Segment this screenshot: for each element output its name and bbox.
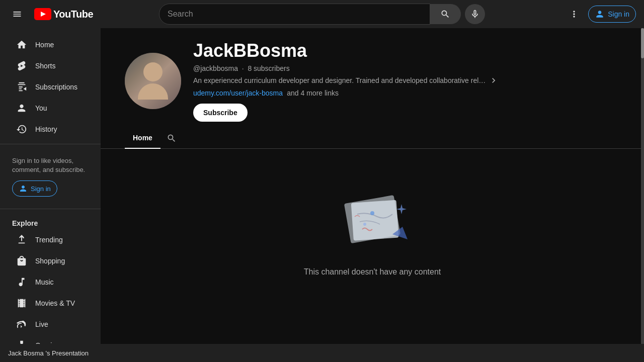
sign-in-prompt-btn-label: Sign in bbox=[31, 185, 51, 193]
channel-info: JackBBosma @jackbbosma · 8 subscribers A… bbox=[125, 40, 620, 122]
svg-point-6 bbox=[363, 223, 366, 226]
empty-state-text: This channel doesn't have any content bbox=[304, 267, 441, 277]
tab-home[interactable]: Home bbox=[125, 128, 160, 149]
main-content: JackBBosma @jackbbosma · 8 subscribers A… bbox=[101, 28, 644, 362]
movies-icon bbox=[16, 298, 27, 309]
sidebar-item-music-label: Music bbox=[35, 278, 54, 286]
scrollbar-track[interactable] bbox=[641, 28, 644, 344]
explore-label: Explore bbox=[0, 213, 101, 229]
svg-rect-3 bbox=[351, 200, 399, 241]
bottom-bar: Jack Bosma 's Presentation bbox=[0, 344, 644, 362]
more-options-button[interactable] bbox=[564, 4, 584, 24]
sidebar-divider-2 bbox=[0, 209, 101, 209]
sign-in-button-topbar[interactable]: Sign in bbox=[588, 6, 636, 23]
channel-meta: @jackbbosma · 8 subscribers bbox=[193, 64, 620, 72]
sidebar-item-trending[interactable]: Trending bbox=[4, 229, 97, 250]
channel-desc-text: An experienced curriculum developer and … bbox=[193, 76, 486, 84]
sidebar-item-history-label: History bbox=[35, 125, 57, 133]
sidebar-item-live[interactable]: Live bbox=[4, 314, 97, 335]
empty-state: This channel doesn't have any content bbox=[101, 149, 644, 317]
sidebar-item-music[interactable]: Music bbox=[4, 272, 97, 293]
search-form bbox=[159, 4, 461, 25]
empty-illustration bbox=[327, 189, 418, 259]
sidebar-item-live-label: Live bbox=[35, 320, 48, 328]
menu-button[interactable] bbox=[8, 5, 26, 23]
search-input[interactable] bbox=[159, 4, 430, 24]
avatar-body bbox=[138, 83, 168, 100]
live-icon bbox=[16, 319, 27, 330]
sign-in-prompt: Sign in to like videos, comment, and sub… bbox=[0, 148, 101, 205]
you-icon bbox=[16, 103, 27, 114]
trending-icon bbox=[16, 234, 27, 245]
shopping-icon bbox=[16, 255, 27, 266]
channel-link[interactable]: udemy.com/user/jack-bosma bbox=[193, 89, 283, 97]
shorts-icon bbox=[16, 60, 27, 71]
youtube-wordmark: YouTube bbox=[53, 9, 93, 20]
avatar-person bbox=[138, 62, 168, 100]
youtube-logo[interactable]: YouTube bbox=[34, 8, 93, 20]
home-icon bbox=[16, 39, 27, 50]
channel-avatar-img bbox=[125, 53, 181, 109]
search-button[interactable] bbox=[430, 4, 461, 24]
layout: Home Shorts Subscriptions You History bbox=[0, 0, 644, 362]
subscribe-button[interactable]: Subscribe bbox=[193, 104, 248, 122]
sidebar-item-you[interactable]: You bbox=[4, 98, 97, 119]
sidebar-divider-1 bbox=[0, 144, 101, 144]
channel-desc-more-button[interactable] bbox=[489, 75, 499, 85]
subscribe-label: Subscribe bbox=[203, 109, 237, 117]
channel-tabs: Home bbox=[101, 128, 644, 149]
topbar-left: YouTube bbox=[8, 5, 109, 23]
channel-avatar bbox=[125, 53, 181, 109]
tab-home-label: Home bbox=[133, 134, 152, 142]
channel-subscribers: 8 subscribers bbox=[248, 64, 289, 72]
sidebar-item-you-label: You bbox=[35, 104, 47, 112]
sidebar-item-history[interactable]: History bbox=[4, 119, 97, 140]
svg-point-5 bbox=[370, 211, 374, 215]
sidebar-item-subscriptions[interactable]: Subscriptions bbox=[4, 76, 97, 98]
music-icon bbox=[16, 277, 27, 288]
channel-header: JackBBosma @jackbbosma · 8 subscribers A… bbox=[101, 28, 644, 122]
sidebar-item-shopping[interactable]: Shopping bbox=[4, 250, 97, 272]
channel-links: udemy.com/user/jack-bosma and 4 more lin… bbox=[193, 88, 620, 98]
sidebar-item-home-label: Home bbox=[35, 41, 54, 49]
more-links: and 4 more links bbox=[285, 89, 339, 97]
topbar-center bbox=[113, 4, 531, 25]
sidebar-item-movies-label: Movies & TV bbox=[35, 299, 75, 307]
channel-description: An experienced curriculum developer and … bbox=[193, 75, 620, 85]
sign-in-label-topbar: Sign in bbox=[608, 10, 629, 18]
topbar: YouTube bbox=[0, 0, 644, 28]
sidebar: Home Shorts Subscriptions You History bbox=[0, 28, 101, 362]
tab-search-button[interactable] bbox=[163, 129, 181, 147]
subscriptions-icon bbox=[16, 81, 27, 93]
avatar-head bbox=[143, 62, 163, 81]
sidebar-item-home[interactable]: Home bbox=[4, 34, 97, 55]
bottom-bar-text: Jack Bosma 's Presentation bbox=[8, 349, 89, 357]
sidebar-item-shorts-label: Shorts bbox=[35, 62, 55, 70]
scrollbar-thumb[interactable] bbox=[641, 28, 644, 58]
topbar-right: Sign in bbox=[535, 4, 636, 24]
sidebar-item-subscriptions-label: Subscriptions bbox=[35, 83, 77, 91]
sidebar-item-shorts[interactable]: Shorts bbox=[4, 55, 97, 76]
channel-details: JackBBosma @jackbbosma · 8 subscribers A… bbox=[193, 40, 620, 122]
channel-name: JackBBosma bbox=[193, 40, 620, 61]
sign-in-prompt-text: Sign in to like videos, comment, and sub… bbox=[12, 157, 85, 173]
sign-in-prompt-button[interactable]: Sign in bbox=[12, 180, 57, 197]
search-input-wrapper bbox=[159, 4, 430, 25]
channel-handle: @jackbbosma bbox=[193, 64, 238, 72]
mic-button[interactable] bbox=[465, 4, 485, 24]
history-icon bbox=[16, 124, 27, 135]
sidebar-item-shopping-label: Shopping bbox=[35, 257, 65, 265]
sidebar-item-trending-label: Trending bbox=[35, 236, 63, 244]
sidebar-item-movies-tv[interactable]: Movies & TV bbox=[4, 293, 97, 314]
